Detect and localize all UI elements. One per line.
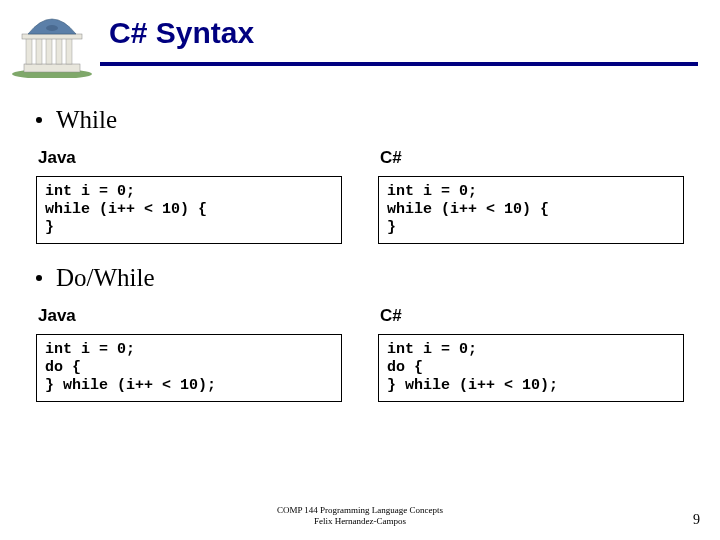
while-csharp-col: C# int i = 0; while (i++ < 10) { } <box>378 148 684 244</box>
lang-label: C# <box>380 306 684 326</box>
svg-rect-2 <box>26 38 32 64</box>
code-block: int i = 0; while (i++ < 10) { } <box>378 176 684 244</box>
code-block: int i = 0; while (i++ < 10) { } <box>36 176 342 244</box>
dowhile-csharp-col: C# int i = 0; do { } while (i++ < 10); <box>378 306 684 402</box>
dowhile-java-col: Java int i = 0; do { } while (i++ < 10); <box>36 306 342 402</box>
svg-point-8 <box>46 25 58 31</box>
bullet-text: Do/While <box>56 264 155 292</box>
bullet-dowhile: Do/While <box>36 264 690 292</box>
slide-content: While Java int i = 0; while (i++ < 10) {… <box>0 78 720 402</box>
code-block: int i = 0; do { } while (i++ < 10); <box>378 334 684 402</box>
while-columns: Java int i = 0; while (i++ < 10) { } C# … <box>30 148 690 244</box>
bullet-while: While <box>36 106 690 134</box>
lang-label: Java <box>38 148 342 168</box>
slide-title: C# Syntax <box>95 8 254 50</box>
bullet-text: While <box>56 106 117 134</box>
slide-footer: COMP 144 Programming Language Concepts F… <box>0 505 720 526</box>
page-number: 9 <box>693 512 700 528</box>
svg-rect-1 <box>24 64 80 72</box>
bullet-dot-icon <box>36 117 42 123</box>
dowhile-columns: Java int i = 0; do { } while (i++ < 10);… <box>30 306 690 402</box>
while-java-col: Java int i = 0; while (i++ < 10) { } <box>36 148 342 244</box>
bullet-dot-icon <box>36 275 42 281</box>
slide: C# Syntax While Java int i = 0; while (i… <box>0 0 720 540</box>
slide-header: C# Syntax <box>0 0 720 78</box>
svg-rect-4 <box>46 38 52 64</box>
footer-line: COMP 144 Programming Language Concepts <box>0 505 720 515</box>
footer-line: Felix Hernandez-Campos <box>0 516 720 526</box>
svg-rect-7 <box>22 34 82 39</box>
lang-label: Java <box>38 306 342 326</box>
dome-icon <box>10 8 95 78</box>
svg-rect-6 <box>66 38 72 64</box>
svg-rect-5 <box>56 38 62 64</box>
svg-rect-3 <box>36 38 42 64</box>
lang-label: C# <box>380 148 684 168</box>
code-block: int i = 0; do { } while (i++ < 10); <box>36 334 342 402</box>
header-rule <box>100 62 698 66</box>
